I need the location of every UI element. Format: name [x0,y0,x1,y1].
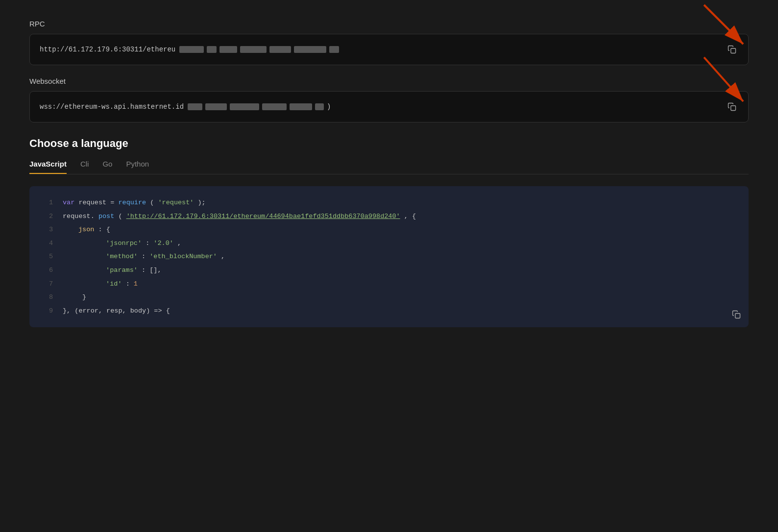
code-content-3: json : { [63,224,739,235]
code-line-7: 7 'id' : 1 [29,277,749,291]
code-content-9: }, (error, resp, body) => { [63,306,739,316]
redact-3 [219,46,237,53]
rpc-url-text: http://61.172.179.6:30311/ethereu [40,46,175,53]
tab-cli[interactable]: Cli [80,160,89,174]
redact-6 [294,46,326,53]
tab-python[interactable]: Python [126,160,149,174]
ws-redact-1 [188,103,202,110]
code-line-2: 2 request. post ( 'http://61.172.179.6:3… [29,210,749,223]
websocket-endpoint-text: wss://ethereum-ws.api.hamsternet.id ) [40,103,718,111]
code-line-8: 8 } [29,290,749,304]
line-num-2: 2 [39,211,53,222]
code-line-9: 9 }, (error, resp, body) => { [29,304,749,318]
code-content-5: 'method' : 'eth_blockNumber' , [63,251,739,262]
line-num-3: 3 [39,224,53,235]
websocket-copy-button[interactable] [726,100,738,113]
websocket-endpoint-box: wss://ethereum-ws.api.hamsternet.id ) [29,91,749,122]
redact-4 [240,46,267,53]
code-copy-icon [732,310,741,319]
code-line-1: 1 var request = require ( 'request' ); [29,196,749,210]
ws-redact-5 [290,103,312,110]
code-line-4: 4 'jsonrpc' : '2.0' , [29,237,749,250]
websocket-label: Websocket [29,77,749,85]
language-tabs: JavaScript Cli Go Python [29,160,749,174]
websocket-section: Websocket wss://ethereum-ws.api.hamstern… [29,77,749,122]
rpc-endpoint-box: http://61.172.179.6:30311/ethereu [29,34,749,65]
code-copy-button[interactable] [732,310,741,320]
rpc-label: RPC [29,20,749,28]
rpc-section: RPC http://61.172.179.6:30311/ethereu [29,20,749,65]
svg-rect-3 [731,106,736,111]
ws-close-paren: ) [327,103,331,111]
code-content-6: 'params' : [], [63,265,739,276]
copy-icon [728,45,736,54]
line-num-6: 6 [39,265,53,276]
line-num-7: 7 [39,279,53,290]
redact-2 [207,46,217,53]
svg-rect-0 [731,48,736,53]
ws-redact-6 [315,103,324,110]
code-line-5: 5 'method' : 'eth_blockNumber' , [29,250,749,264]
code-content-2: request. post ( 'http://61.172.179.6:303… [63,211,739,222]
code-content-8: } [63,292,739,303]
code-content-7: 'id' : 1 [63,279,739,290]
choose-language-section: Choose a language JavaScript Cli Go Pyth… [29,137,749,327]
websocket-url-text: wss://ethereum-ws.api.hamsternet.id [40,103,184,111]
code-line-3: 3 json : { [29,223,749,237]
tab-javascript[interactable]: JavaScript [29,160,67,174]
line-num-4: 4 [39,238,53,249]
ws-redact-4 [262,103,287,110]
line-num-9: 9 [39,306,53,316]
line-num-5: 5 [39,251,53,262]
code-block: 1 var request = require ( 'request' ); 2… [29,186,749,327]
ws-redact-3 [230,103,259,110]
ws-redacted-blocks: ) [188,103,331,111]
code-content-1: var request = require ( 'request' ); [63,197,739,208]
line-num-8: 8 [39,292,53,303]
copy-icon-ws [728,102,736,111]
code-line-6: 6 'params' : [], [29,264,749,277]
redact-5 [269,46,291,53]
rpc-endpoint-text: http://61.172.179.6:30311/ethereu [40,46,718,53]
redact-1 [179,46,204,53]
rpc-redacted-blocks [179,46,339,53]
ws-redact-2 [205,103,227,110]
rpc-copy-button[interactable] [726,43,738,56]
code-content-4: 'jsonrpc' : '2.0' , [63,238,739,249]
line-num-1: 1 [39,197,53,208]
redact-7 [329,46,339,53]
choose-language-title: Choose a language [29,137,749,150]
tab-go[interactable]: Go [102,160,112,174]
svg-rect-6 [735,314,740,318]
